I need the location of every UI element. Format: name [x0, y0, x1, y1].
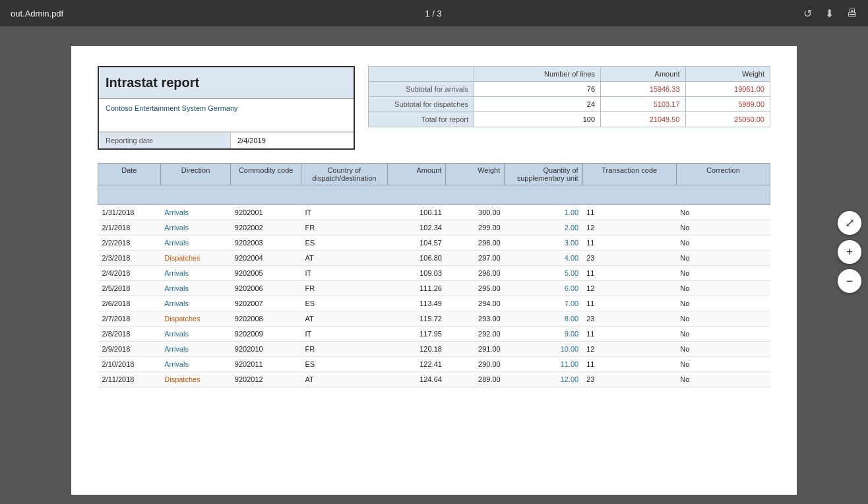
table-row: 2/6/2018 Arrivals 9202007 ES 113.49 294.… [98, 296, 770, 311]
download-icon[interactable]: ⬇ [825, 7, 834, 20]
summary-header-lines: Number of lines [474, 67, 601, 82]
summary-table: Number of lines Amount Weight Subtotal f… [368, 66, 770, 127]
th-direction: Direction [160, 164, 231, 185]
toolbar: out.Admin.pdf 1 / 3 ↺ ⬇ 🖶 [0, 0, 868, 26]
summary-row: Subtotal for dispatches 24 5103.17 5989.… [369, 97, 770, 112]
print-icon[interactable]: 🖶 [847, 7, 857, 19]
refresh-icon[interactable]: ↺ [803, 7, 812, 20]
date-label: Reporting date [99, 133, 231, 148]
header-left: Intrastat report Contoso Entertainment S… [98, 66, 355, 150]
table-row: 2/8/2018 Arrivals 9202009 IT 117.95 292.… [98, 327, 770, 342]
pdf-page: Intrastat report Contoso Entertainment S… [71, 46, 797, 495]
th-correction: Correction [676, 164, 770, 185]
table-row: 2/5/2018 Arrivals 9202006 FR 111.26 295.… [98, 281, 770, 296]
report-header: Intrastat report Contoso Entertainment S… [98, 66, 770, 150]
data-table: Date Direction Commodity code Country of… [98, 163, 770, 387]
company-name: Contoso Entertainment System Germany [99, 99, 354, 132]
th-commodity: Commodity code [231, 164, 301, 185]
summary-header-amount: Amount [601, 67, 685, 82]
summary-header-weight: Weight [685, 67, 770, 82]
table-row: 2/1/2018 Arrivals 9202002 FR 102.34 299.… [98, 220, 770, 236]
table-row: 2/10/2018 Arrivals 9202011 ES 122.41 290… [98, 357, 770, 372]
summary-table-container: Number of lines Amount Weight Subtotal f… [368, 66, 770, 150]
table-header-row: Date Direction Commodity code Country of… [98, 164, 770, 185]
th-qty: Quantity of supplementary unit [505, 164, 582, 185]
table-row: 2/7/2018 Dispatches 9202008 AT 115.72 29… [98, 311, 770, 327]
th-weight: Weight [446, 164, 505, 185]
table-row: 2/11/2018 Dispatches 9202012 AT 124.64 2… [98, 372, 770, 387]
page-wrapper: Intrastat report Contoso Entertainment S… [0, 26, 868, 504]
table-row: 1/31/2018 Arrivals 9202001 IT 100.11 300… [98, 205, 770, 220]
th-amount: Amount [387, 164, 446, 185]
expand-button[interactable]: ⤢ [838, 211, 861, 235]
date-value: 2/4/2019 [231, 133, 272, 148]
zoom-in-button[interactable]: + [838, 240, 861, 264]
th-transaction: Transaction code [582, 164, 676, 185]
zoom-controls: ⤢ + − [838, 211, 861, 293]
summary-row: Total for report 100 21049.50 25050.00 [369, 112, 770, 127]
table-row: 2/4/2018 Arrivals 9202005 IT 109.03 296.… [98, 266, 770, 281]
page-info: 1 / 3 [425, 9, 441, 18]
date-row: Reporting date 2/4/2019 [99, 132, 354, 148]
table-row: 2/9/2018 Arrivals 9202010 FR 120.18 291.… [98, 342, 770, 357]
report-title: Intrastat report [99, 67, 354, 99]
summary-row: Subtotal for arrivals 76 15946.33 19061.… [369, 82, 770, 97]
th-date: Date [98, 164, 161, 185]
zoom-out-button[interactable]: − [838, 269, 861, 293]
th-country: Country of dispatch/destination [301, 164, 387, 185]
table-row: 2/2/2018 Arrivals 9202003 ES 104.57 298.… [98, 236, 770, 251]
table-row: 2/3/2018 Dispatches 9202004 AT 106.80 29… [98, 251, 770, 266]
filename-label: out.Admin.pdf [11, 9, 63, 18]
toolbar-actions: ↺ ⬇ 🖶 [803, 7, 857, 20]
